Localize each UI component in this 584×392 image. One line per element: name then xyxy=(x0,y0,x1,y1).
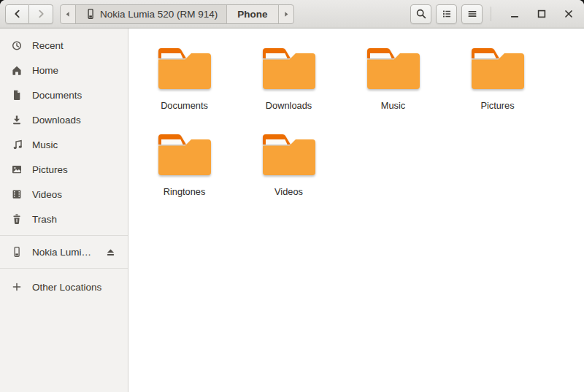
folder-pictures[interactable]: Pictures xyxy=(445,40,550,126)
sidebar-item-label: Videos xyxy=(32,189,62,200)
breadcrumb-current-label: Phone xyxy=(237,9,267,20)
sidebar-item-label: Home xyxy=(32,65,58,76)
film-icon xyxy=(11,188,23,200)
sidebar-item-nokia-device[interactable]: Nokia Lumi… xyxy=(0,239,128,264)
breadcrumb-device-label: Nokia Lumia 520 (RM 914) xyxy=(100,9,218,20)
eject-button[interactable] xyxy=(104,246,117,258)
sidebar-item-videos[interactable]: Videos xyxy=(0,182,128,207)
music-note-icon xyxy=(11,139,23,150)
sidebar-item-label: Trash xyxy=(32,214,57,225)
sidebar-item-documents[interactable]: Documents xyxy=(0,82,128,107)
sidebar-item-pictures[interactable]: Pictures xyxy=(0,157,128,182)
sidebar-item-downloads[interactable]: Downloads xyxy=(0,107,128,132)
folder-label: Videos xyxy=(274,186,303,197)
clock-icon xyxy=(11,39,23,51)
plus-icon xyxy=(11,281,23,293)
sidebar-item-label: Pictures xyxy=(32,164,68,175)
triangle-right-icon xyxy=(283,11,289,18)
phone-icon xyxy=(85,8,95,20)
home-icon xyxy=(11,64,23,76)
breadcrumb-device-segment[interactable]: Nokia Lumia 520 (RM 914) xyxy=(76,5,227,23)
search-button[interactable] xyxy=(410,4,431,24)
sidebar-item-other-locations[interactable]: Other Locations xyxy=(0,272,128,301)
folder-icon xyxy=(365,46,422,91)
header-separator xyxy=(491,7,491,21)
minimize-button[interactable] xyxy=(504,4,525,24)
chevron-right-icon xyxy=(35,8,47,20)
folder-downloads[interactable]: Downloads xyxy=(237,40,341,126)
close-button[interactable] xyxy=(558,4,579,24)
triangle-left-icon xyxy=(65,11,71,18)
sidebar-item-label: Recent xyxy=(32,40,64,51)
maximize-button[interactable] xyxy=(531,4,552,24)
sidebar-item-label: Documents xyxy=(32,90,82,101)
back-button[interactable] xyxy=(5,4,29,24)
list-view-icon xyxy=(441,8,453,20)
folder-label: Downloads xyxy=(266,100,312,111)
folder-icon xyxy=(261,46,318,91)
breadcrumb: Nokia Lumia 520 (RM 914) Phone xyxy=(60,4,294,24)
folder-icon xyxy=(261,132,318,177)
sidebar-item-label: Other Locations xyxy=(32,282,101,293)
view-list-button[interactable] xyxy=(436,4,457,24)
folder-icon xyxy=(469,46,526,91)
folder-icon xyxy=(156,46,213,91)
close-icon xyxy=(563,8,575,20)
file-view: Documents Downloads Music Pictures Ringt… xyxy=(128,28,584,392)
sidebar-item-label: Downloads xyxy=(32,115,81,126)
folder-label: Ringtones xyxy=(164,186,206,197)
menu-button[interactable] xyxy=(461,4,483,24)
download-icon xyxy=(11,114,23,126)
sidebar-item-home[interactable]: Home xyxy=(0,58,128,82)
sidebar-device-label: Nokia Lumi… xyxy=(32,247,91,258)
maximize-icon xyxy=(536,8,548,20)
sidebar-item-label: Music xyxy=(32,139,58,150)
sidebar-separator xyxy=(0,268,128,269)
folder-label: Documents xyxy=(161,100,208,111)
document-icon xyxy=(11,89,23,101)
sidebar-item-trash[interactable]: Trash xyxy=(0,207,128,231)
folder-label: Music xyxy=(381,100,405,111)
search-icon xyxy=(415,8,427,20)
forward-button[interactable] xyxy=(29,4,53,24)
folder-music[interactable]: Music xyxy=(341,40,445,126)
sidebar-item-music[interactable]: Music xyxy=(0,132,128,157)
path-scroll-left-button[interactable] xyxy=(61,5,76,23)
folder-ringtones[interactable]: Ringtones xyxy=(132,126,237,212)
sidebar-item-recent[interactable]: Recent xyxy=(0,33,128,58)
navigation-buttons xyxy=(5,4,53,24)
chevron-left-icon xyxy=(12,8,23,20)
sidebar-separator xyxy=(0,235,128,236)
folder-label: Pictures xyxy=(480,100,514,111)
breadcrumb-current-segment[interactable]: Phone xyxy=(227,5,278,23)
main-area: Recent Home Documents Downloads Music Pi… xyxy=(0,28,584,392)
hamburger-menu-icon xyxy=(466,8,478,20)
folder-videos[interactable]: Videos xyxy=(237,126,341,212)
trash-icon xyxy=(11,213,23,225)
places-sidebar: Recent Home Documents Downloads Music Pi… xyxy=(0,28,128,392)
folder-documents[interactable]: Documents xyxy=(132,40,237,126)
phone-icon xyxy=(11,246,23,258)
file-manager-window: Nokia Lumia 520 (RM 914) Phone xyxy=(0,0,584,392)
path-scroll-right-button[interactable] xyxy=(279,5,293,23)
image-icon xyxy=(11,164,23,175)
folder-grid: Documents Downloads Music Pictures Ringt… xyxy=(132,40,556,212)
header-bar: Nokia Lumia 520 (RM 914) Phone xyxy=(0,0,584,28)
minimize-icon xyxy=(509,8,520,20)
folder-icon xyxy=(156,132,213,177)
